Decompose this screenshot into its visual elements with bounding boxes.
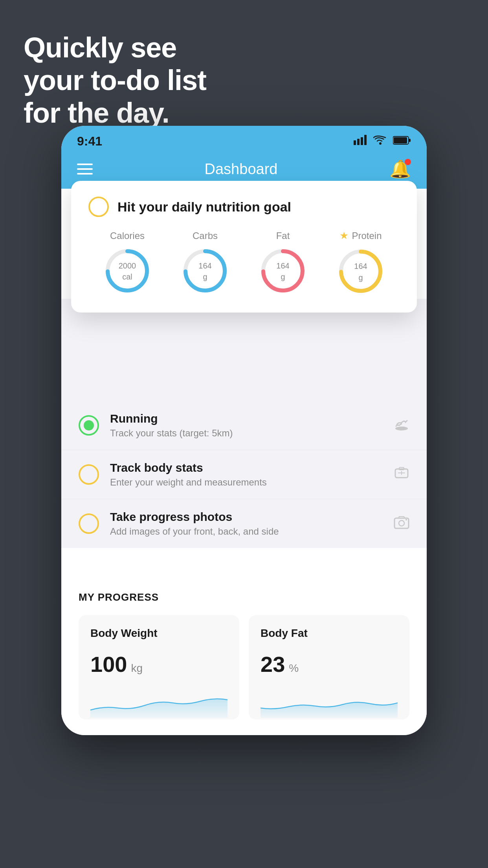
svg-rect-2 bbox=[361, 137, 363, 145]
body-fat-value: 23 bbox=[261, 651, 285, 677]
body-weight-card[interactable]: Body Weight 100 kg bbox=[79, 615, 239, 719]
task-bodystats-subtitle: Enter your weight and measurements bbox=[110, 477, 383, 488]
body-weight-value-row: 100 kg bbox=[90, 651, 227, 677]
calories-chart: 2000 cal bbox=[102, 245, 153, 296]
status-bar: 9:41 bbox=[61, 126, 427, 153]
hero-line2: your to-do list bbox=[24, 64, 206, 97]
task-progress-photos[interactable]: Take progress photos Add images of your … bbox=[61, 499, 427, 548]
svg-point-22 bbox=[399, 520, 404, 526]
status-icons bbox=[354, 135, 411, 148]
signal-icon bbox=[354, 135, 368, 148]
task-bodystats-info: Track body stats Enter your weight and m… bbox=[110, 461, 383, 488]
task-running-title: Running bbox=[110, 412, 383, 425]
task-running-subtitle: Track your stats (target: 5km) bbox=[110, 428, 383, 439]
star-icon: ★ bbox=[339, 230, 349, 242]
nutrition-card: Hit your daily nutrition goal Calories bbox=[71, 181, 417, 313]
task-running[interactable]: Running Track your stats (target: 5km) bbox=[61, 401, 427, 450]
svg-point-16 bbox=[395, 427, 408, 430]
svg-rect-7 bbox=[409, 139, 411, 142]
body-weight-chart bbox=[90, 686, 227, 718]
task-photos-title: Take progress photos bbox=[110, 510, 383, 524]
task-bodystats-status bbox=[79, 464, 99, 485]
task-photos-status bbox=[79, 513, 99, 534]
svg-point-23 bbox=[405, 519, 407, 520]
svg-rect-1 bbox=[357, 139, 360, 145]
notification-button[interactable]: 🔔 bbox=[389, 159, 411, 179]
hero-section: Quickly see your to-do list for the day. bbox=[24, 31, 206, 129]
running-icon bbox=[394, 417, 409, 434]
carbs-label: Carbs bbox=[193, 230, 218, 241]
nutrition-check-circle[interactable] bbox=[88, 197, 109, 217]
task-bodystats-title: Track body stats bbox=[110, 461, 383, 474]
body-weight-unit: kg bbox=[131, 662, 143, 675]
fat-chart: 164 g bbox=[257, 245, 308, 296]
progress-header: MY PROGRESS bbox=[79, 591, 409, 603]
progress-cards: Body Weight 100 kg bbox=[79, 615, 409, 719]
body-weight-title: Body Weight bbox=[90, 627, 227, 640]
battery-icon bbox=[393, 136, 411, 147]
protein-chart: 164 g bbox=[335, 246, 386, 297]
phone-content: THINGS TO DO TODAY Hit your daily nutrit… bbox=[61, 189, 427, 735]
wifi-icon bbox=[373, 135, 387, 148]
hero-line1: Quickly see bbox=[24, 31, 206, 64]
body-fat-chart bbox=[261, 686, 398, 718]
fat-value: 164 g bbox=[276, 259, 289, 282]
nutrition-fat: Fat 164 g bbox=[257, 230, 308, 296]
task-list: Running Track your stats (target: 5km) T… bbox=[61, 299, 427, 548]
progress-section: MY PROGRESS Body Weight 100 kg bbox=[61, 572, 427, 735]
things-today-section: THINGS TO DO TODAY Hit your daily nutrit… bbox=[61, 189, 427, 299]
hamburger-line1 bbox=[77, 164, 93, 165]
notification-dot bbox=[405, 159, 411, 165]
navbar-title: Dashboard bbox=[205, 161, 278, 178]
nutrition-circles: Calories 2000 cal bbox=[88, 230, 400, 297]
scale-icon bbox=[394, 466, 409, 484]
nutrition-carbs: Carbs 164 g bbox=[180, 230, 231, 296]
spacer bbox=[61, 548, 427, 572]
protein-value: 164 g bbox=[354, 260, 367, 282]
hero-line3: for the day. bbox=[24, 97, 206, 129]
body-weight-value: 100 bbox=[90, 651, 127, 677]
body-fat-value-row: 23 % bbox=[261, 651, 398, 677]
photo-icon bbox=[394, 515, 409, 533]
svg-rect-0 bbox=[354, 140, 356, 145]
body-fat-unit: % bbox=[289, 662, 299, 675]
body-fat-card[interactable]: Body Fat 23 % bbox=[249, 615, 409, 719]
nutrition-calories: Calories 2000 cal bbox=[102, 230, 153, 296]
nutrition-card-title: Hit your daily nutrition goal bbox=[117, 199, 291, 215]
status-time: 9:41 bbox=[77, 134, 102, 149]
svg-rect-3 bbox=[364, 135, 367, 145]
carbs-value: 164 g bbox=[198, 259, 211, 282]
hamburger-line3 bbox=[77, 173, 93, 175]
task-running-status bbox=[79, 415, 99, 436]
protein-label: ★ Protein bbox=[339, 230, 382, 242]
fat-label: Fat bbox=[276, 230, 290, 241]
phone-frame: 9:41 Dashboard 🔔 THINGS TO DO T bbox=[61, 126, 427, 735]
card-title-row: Hit your daily nutrition goal bbox=[88, 197, 400, 217]
hamburger-menu[interactable] bbox=[77, 164, 93, 175]
calories-label: Calories bbox=[110, 230, 145, 241]
task-photos-subtitle: Add images of your front, back, and side bbox=[110, 526, 383, 537]
body-fat-title: Body Fat bbox=[261, 627, 398, 640]
task-running-info: Running Track your stats (target: 5km) bbox=[110, 412, 383, 439]
hamburger-line2 bbox=[77, 168, 93, 170]
task-body-stats[interactable]: Track body stats Enter your weight and m… bbox=[61, 450, 427, 499]
svg-rect-6 bbox=[394, 137, 407, 143]
task-photos-info: Take progress photos Add images of your … bbox=[110, 510, 383, 537]
nutrition-protein: ★ Protein 164 g bbox=[335, 230, 386, 297]
calories-value: 2000 cal bbox=[119, 259, 136, 282]
svg-point-4 bbox=[379, 142, 382, 145]
carbs-chart: 164 g bbox=[180, 245, 231, 296]
